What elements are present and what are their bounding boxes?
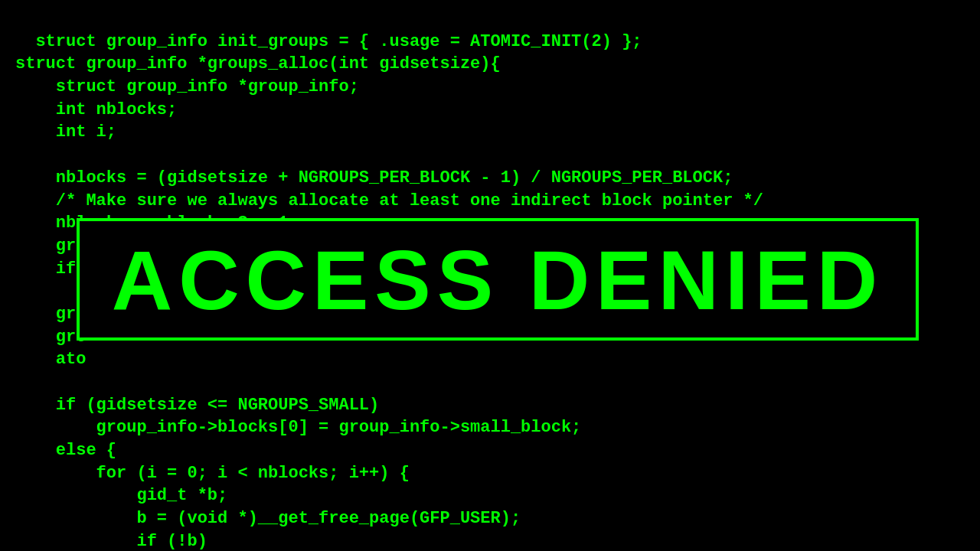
code-line-3: struct group_info *group_info; [15, 77, 359, 96]
code-line-14: gro [15, 328, 86, 347]
code-line-17: if (gidsetsize <= NGROUPS_SMALL) [15, 396, 379, 415]
code-line-1: struct group_info init_groups = { .usage… [35, 32, 642, 51]
code-line-6 [15, 145, 25, 165]
code-line-16 [15, 373, 25, 392]
code-line-23: if (!b) [15, 532, 207, 551]
access-denied-overlay: ACCESS DENIED [77, 218, 919, 341]
access-denied-text: ACCESS DENIED [112, 231, 884, 328]
code-line-5: int i; [15, 122, 116, 142]
code-line-22: b = (void *)__get_free_page(GFP_USER); [15, 509, 521, 528]
code-line-19: else { [15, 441, 116, 460]
code-line-13: gro [15, 305, 86, 324]
code-line-4: int nblocks; [15, 100, 177, 119]
code-line-7: nblocks = (gidsetsize + NGROUPS_PER_BLOC… [15, 168, 733, 187]
code-line-11: if [15, 259, 76, 279]
code-line-12 [15, 282, 25, 301]
code-line-2: struct group_info *groups_alloc(int gids… [15, 54, 501, 73]
code-line-21: gid_t *b; [15, 486, 227, 505]
code-line-15: ato [15, 350, 86, 369]
code-line-20: for (i = 0; i < nblocks; i++) { [15, 464, 410, 483]
code-line-8: /* Make sure we always allocate at least… [15, 191, 763, 210]
code-line-18: group_info->blocks[0] = group_info->smal… [15, 418, 581, 437]
